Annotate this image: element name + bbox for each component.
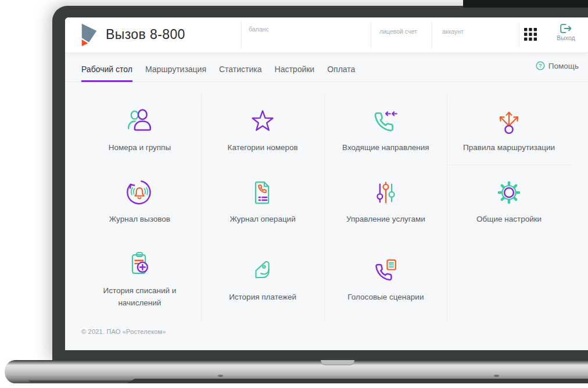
account-label: аккаунт [442,28,464,35]
tile-payments-history[interactable]: История платежей [202,237,325,321]
laptop-bezel: Вызов 8-800 баланс лицевой счет аккаунт [52,6,588,361]
header-divider [432,22,432,48]
tile-charges-history[interactable]: История списаний и начислений [78,237,202,321]
logout-button[interactable]: Выход [551,24,581,41]
tile-label: Номера и группы [109,142,171,154]
brand-logo-link[interactable]: Вызов 8-800 [80,23,185,46]
laptop-base-edge [127,379,588,383]
tile-label: Правила маршрутизации [463,142,555,154]
operations-log-icon [247,177,278,208]
header-divider [371,22,371,48]
tab-payment[interactable]: Оплата [327,65,355,81]
tile-service-management[interactable]: Управление услугами [325,165,448,237]
laptop-bezel-top-strip [463,0,588,8]
tile-routing-rules[interactable]: Правила маршрутизации [447,94,571,165]
tile-operations-log[interactable]: Журнал операций [202,165,325,237]
app-body: Рабочий стол Маршрутизация Статистика На… [65,52,588,350]
call-log-icon [124,177,155,208]
tab-routing[interactable]: Маршрутизация [145,65,206,81]
tile-label: История списаний и начислений [88,285,191,309]
app-title: Вызов 8-800 [106,27,185,42]
routing-rules-icon [493,105,525,137]
help-link[interactable]: ? Помощь [536,61,579,70]
tile-incoming-directions[interactable]: Входящие направления [325,94,448,165]
header-divider [519,22,519,48]
tile-label: История платежей [229,291,296,304]
copyright-text: © 2021. ПАО «Ростелеком» [81,328,166,335]
tab-bar: Рабочий стол Маршрутизация Статистика На… [65,52,588,82]
tab-desktop[interactable]: Рабочий стол [81,65,132,82]
users-icon [124,105,155,137]
incoming-call-icon [370,105,401,137]
tile-voice-scenarios[interactable]: Голосовые сценарии [325,237,448,321]
page: Вызов 8-800 баланс лицевой счет аккаунт [0,0,588,388]
dashboard-grid: Номера и группы Категории номеров [78,94,571,321]
balance-label: баланс [249,26,269,33]
tile-label: Входящие направления [342,142,429,154]
tile-label: Общие настройки [476,213,542,226]
wallet-icon [247,255,278,286]
laptop-base-dot [218,375,223,377]
tile-label: Голосовые сценарии [347,291,424,304]
logout-icon [560,24,572,33]
apps-menu-button[interactable] [524,28,537,41]
laptop-base-dot [494,375,499,377]
help-label: Помощь [548,62,579,70]
laptop-base-edge [29,380,134,383]
help-question-icon: ? [536,61,545,70]
sliders-icon [370,177,401,208]
tile-call-log[interactable]: Журнал вызовов [78,165,202,237]
laptop-base-notch [321,360,354,365]
star-icon [247,105,278,137]
laptop-base [5,360,588,383]
apps-grid-icon [524,28,537,41]
tile-label: Категории номеров [228,142,298,154]
tile-general-settings[interactable]: Общие настройки [447,165,571,237]
tab-statistics[interactable]: Статистика [219,65,262,81]
tile-label: Журнал вызовов [109,213,170,226]
svg-text:?: ? [539,62,542,69]
tile-number-categories[interactable]: Категории номеров [202,94,325,165]
tab-settings[interactable]: Настройки [275,65,315,81]
laptop-screen: Вызов 8-800 баланс лицевой счет аккаунт [65,17,588,350]
voice-script-icon [370,255,401,286]
app-header: Вызов 8-800 баланс лицевой счет аккаунт [65,17,588,52]
clipboard-plus-icon [124,248,155,280]
logout-label: Выход [551,34,581,41]
gear-icon [493,177,525,208]
tile-label: Журнал операций [230,213,296,226]
personal-account-label: лицевой счет [379,28,417,35]
header-divider [241,22,242,48]
tile-label: Управление услугами [346,213,425,226]
rostelecom-logo-icon [80,23,98,46]
tile-numbers-and-groups[interactable]: Номера и группы [78,94,202,165]
